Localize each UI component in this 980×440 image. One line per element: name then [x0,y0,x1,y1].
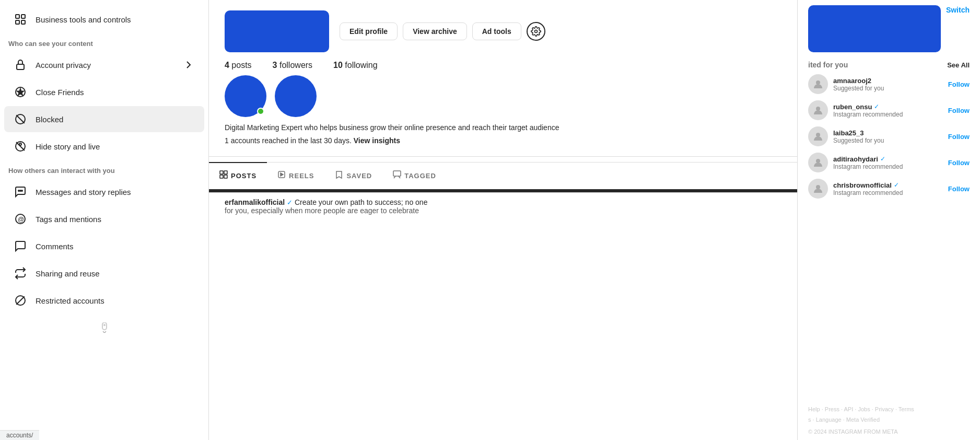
avatar-ruben-onsu [808,100,828,120]
footer-link-language[interactable]: Language [816,416,842,423]
see-all-button[interactable]: See All [947,61,970,69]
svg-marker-27 [281,173,283,176]
reel-username: erfanmalikofficial [225,198,285,206]
url-bar: accounts/ [0,430,39,440]
tab-posts[interactable]: POSTS [209,162,267,188]
svg-rect-2 [16,20,19,24]
sidebar-item-sharing[interactable]: Sharing and reuse [4,260,204,286]
user-info-aditiraohydari: aditiraohydari ✓ Instagram recommended [833,155,943,170]
footer-link-help[interactable]: Help [808,406,820,412]
suggested-user-0: amnaarooj2 Suggested for you Follow [808,74,970,94]
footer-link-privacy[interactable]: Privacy [875,406,894,412]
tab-reels[interactable]: REELS [267,162,324,188]
tags-icon: @ [13,211,28,227]
svg-line-18 [16,296,25,305]
username-laiba25-3: laiba25_3 [833,129,864,137]
view-insights-link[interactable]: View insights [354,136,400,145]
svg-point-21 [534,30,537,33]
tagged-tab-icon [393,170,401,181]
sidebar-item-business-tools[interactable]: Business tools and controls [4,6,204,32]
follow-button-amnaarooj2[interactable]: Follow [948,80,970,88]
story-highlight-2[interactable] [275,75,317,117]
follow-button-laiba25-3[interactable]: Follow [948,133,970,141]
view-archive-button[interactable]: View archive [403,22,467,40]
avatar-chrisbrownofficial [808,179,828,199]
ad-tools-button[interactable]: Ad tools [472,22,521,40]
svg-rect-3 [21,20,25,24]
switch-button[interactable]: Switch [946,6,970,14]
suggested-user-3: aditiraohydari ✓ Instagram recommended F… [808,153,970,172]
svg-rect-1 [21,15,25,18]
user-sub-aditiraohydari: Instagram recommended [833,163,943,170]
sidebar-item-close-friends[interactable]: Close Friends [4,79,204,105]
footer-link-press[interactable]: Press [825,406,839,412]
hide-story-icon [13,138,28,154]
reels-tab-icon [277,170,286,181]
verified-badge-aditiraohydari: ✓ [880,155,885,163]
story-highlight[interactable] [225,75,266,117]
lock-icon [13,57,28,73]
follow-button-chrisbrownofficial[interactable]: Follow [948,185,970,193]
blocked-icon [13,111,28,127]
main-content: Edit profile View archive Ad tools 4 pos… [209,0,797,440]
sidebar-item-account-privacy[interactable]: Account privacy [4,52,204,78]
footer-link-api[interactable]: API [844,406,853,412]
sidebar-item-restricted[interactable]: Restricted accounts [4,287,204,314]
stat-posts[interactable]: 4 posts [225,61,252,70]
username-aditiraohydari: aditiraohydari [833,155,878,163]
restricted-icon [13,293,28,308]
stat-followers[interactable]: 3 followers [273,61,313,70]
sidebar-item-hide-story[interactable]: Hide story and live [4,133,204,159]
profile-tabs: POSTS REELS SAVED [209,162,797,188]
user-sub-laiba25-3: Suggested for you [833,137,943,144]
user-sub-amnaarooj2: Suggested for you [833,85,943,92]
avatar-aditiraohydari [808,153,828,172]
sidebar-item-label-hide-story: Hide story and live [36,142,100,151]
footer-link-jobs[interactable]: Jobs [858,406,870,412]
sidebar-item-comments[interactable]: Comments [4,233,204,259]
sidebar-item-tags[interactable]: @ Tags and mentions [4,206,204,232]
comments-icon [13,238,28,254]
svg-point-11 [19,143,21,145]
svg-point-13 [20,190,21,191]
svg-point-29 [816,80,820,85]
suggested-user-4: chrisbrownofficial ✓ Instagram recommend… [808,179,970,199]
star-icon [13,84,28,100]
footer-link-terms[interactable]: Terms [899,406,914,412]
tab-saved[interactable]: SAVED [324,162,382,188]
sidebar-item-label-restricted: Restricted accounts [36,296,104,305]
footer-link-meta-verified[interactable]: Meta Verified [846,416,880,423]
sidebar-item-blocked[interactable]: Blocked [4,106,204,132]
sidebar-item-label-tags: Tags and mentions [36,215,101,224]
avatar-amnaarooj2 [808,74,828,94]
tab-saved-label: SAVED [346,172,372,180]
edit-profile-button[interactable]: Edit profile [340,22,398,40]
follow-button-aditiraohydari[interactable]: Follow [948,159,970,167]
sidebar-item-label-comments: Comments [36,242,74,251]
svg-marker-6 [17,89,24,95]
sidebar-section-who-can-see: Who can see your content [0,33,208,51]
business-tools-icon [13,11,28,27]
footer-link-s[interactable]: s [808,416,811,423]
user-sub-ruben-onsu: Instagram recommended [833,111,943,118]
right-footer: Help · Press · API · Jobs · Privacy · Te… [808,396,970,435]
username-amnaarooj2: amnaarooj2 [833,77,871,85]
settings-icon[interactable] [527,22,545,41]
tab-posts-label: POSTS [231,172,256,180]
sidebar-item-messages[interactable]: Messages and story replies [4,179,204,205]
user-info-chrisbrownofficial: chrisbrownofficial ✓ Instagram recommend… [833,181,943,196]
tab-tagged[interactable]: TAGGED [382,162,447,188]
scroll-indicator [101,322,108,333]
right-sidebar: Switch ited for you See All amnaarooj2 S… [797,0,980,440]
svg-rect-28 [393,171,401,176]
tab-reels-label: REELS [289,172,314,180]
svg-rect-23 [224,171,227,174]
sidebar-section-how-others: How others can interact with you [0,160,208,178]
stat-following[interactable]: 10 following [333,61,378,70]
sidebar-item-label-messages: Messages and story replies [36,188,131,196]
profile-stats: 4 posts 3 followers 10 following [225,61,781,70]
sidebar-item-label-close-friends: Close Friends [36,88,84,97]
sidebar-item-label-blocked: Blocked [36,115,63,124]
tab-tagged-label: TAGGED [404,172,436,180]
follow-button-ruben-onsu[interactable]: Follow [948,107,970,114]
